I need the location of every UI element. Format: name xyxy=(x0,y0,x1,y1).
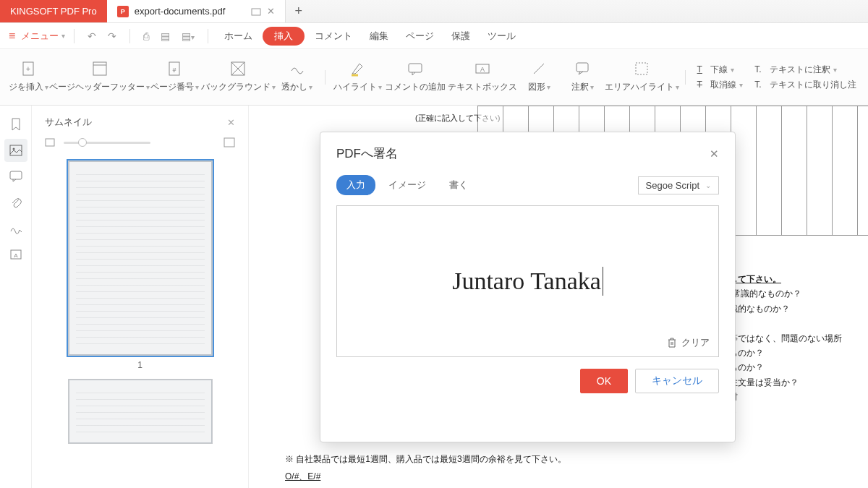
document-tab[interactable]: P export-documents.pdf ✕ xyxy=(107,0,286,22)
signature-dialog: PDFへ署名 ✕ 入力 イメージ 書く Segoe Script ⌄ Junta… xyxy=(320,132,736,442)
ribbon: + ジを挿入▾ ページヘッダーフッター▾ # ページ番号▾ バックグラウンド▾ … xyxy=(0,49,868,106)
shape-button[interactable]: 図形▾ xyxy=(517,58,561,96)
area-highlight-button[interactable]: エリアハイライト▾ xyxy=(604,58,678,96)
text-annotation-button[interactable]: T. テキストに注釈▾ xyxy=(754,64,856,76)
menu-button[interactable]: メニュー xyxy=(21,30,59,43)
saveas-icon[interactable]: ▤▾ xyxy=(177,27,199,45)
thumbnail-zoom-slider[interactable] xyxy=(64,142,150,144)
redo-icon[interactable]: ↷ xyxy=(103,27,121,45)
background-button[interactable]: バックグラウンド▾ xyxy=(200,58,275,96)
annotation-button[interactable]: 注釈▾ xyxy=(561,58,604,96)
tab-tool[interactable]: ツール xyxy=(480,27,523,46)
ocr-nav-icon[interactable]: A xyxy=(4,243,27,266)
add-comment-label: コメントの追加 xyxy=(385,81,446,93)
header-icon xyxy=(92,61,108,77)
thumbnail-panel: サムネイル ✕ 1 xyxy=(32,106,249,488)
tab-comment[interactable]: コメント xyxy=(307,27,359,46)
thumbnail-page-2[interactable] xyxy=(68,379,213,444)
menu-bar: ≡ メニュー ▾ ↶ ↷ ⎙ ▤ ▤▾ ホーム 挿入 コメント 編集 ページ 保… xyxy=(0,23,868,49)
shape-label: 図形 xyxy=(528,81,545,93)
add-comment-button[interactable]: コメントの追加 xyxy=(384,58,447,96)
svg-text:#: # xyxy=(173,67,176,74)
svg-text:A: A xyxy=(480,66,485,73)
svg-text:+: + xyxy=(26,65,30,73)
chevron-down-icon: ⌄ xyxy=(705,181,711,189)
signature-tab-image[interactable]: イメージ xyxy=(378,175,436,195)
tab-page[interactable]: ページ xyxy=(399,27,441,46)
undo-icon[interactable]: ↶ xyxy=(83,27,101,45)
textbox-button[interactable]: A テキストボックス xyxy=(447,58,517,96)
add-tab-button[interactable]: + xyxy=(286,0,311,22)
ok-button[interactable]: OK xyxy=(580,369,628,393)
header-footer-label: ページヘッダーフッター xyxy=(49,81,145,93)
page-number-button[interactable]: # ページ番号▾ xyxy=(148,58,201,96)
watermark-label: 透かし xyxy=(281,81,307,93)
window-icon[interactable] xyxy=(251,7,261,17)
attachment-nav-icon[interactable] xyxy=(4,191,27,214)
highlight-label: ハイライト xyxy=(333,81,377,93)
signature-mode-tabs: 入力 イメージ 書く xyxy=(336,175,478,195)
signature-tab-type[interactable]: 入力 xyxy=(336,175,375,195)
annotation-icon xyxy=(574,61,590,77)
save-icon[interactable]: ▤ xyxy=(156,27,174,45)
text-strike-annotation-button[interactable]: T. テキストに取り消し注 xyxy=(754,79,856,91)
thumbnail-nav-icon[interactable] xyxy=(4,139,27,162)
chevron-down-icon: ▾ xyxy=(61,32,65,40)
strikethrough-button[interactable]: T 取消線▾ xyxy=(697,79,744,91)
cancel-button[interactable]: キャンセル xyxy=(635,369,719,393)
thumbnail-page-number: 1 xyxy=(68,356,213,370)
tab-home[interactable]: ホーム xyxy=(217,27,260,46)
trash-icon xyxy=(667,337,677,348)
svg-rect-22 xyxy=(46,139,54,146)
print-icon[interactable]: ⎙ xyxy=(139,27,153,45)
underline-button[interactable]: T 下線▾ xyxy=(697,64,744,76)
svg-rect-15 xyxy=(576,63,588,72)
comment-nav-icon[interactable] xyxy=(4,165,27,188)
signature-input-area[interactable]: Juntaro Tanaka クリア xyxy=(336,205,719,357)
shape-icon xyxy=(531,61,547,77)
thumb-large-icon[interactable] xyxy=(224,137,235,147)
page-number-icon: # xyxy=(166,61,182,77)
textbox-label: テキストボックス xyxy=(448,81,517,93)
close-thumbnail-icon[interactable]: ✕ xyxy=(227,117,235,128)
svg-rect-11 xyxy=(409,64,422,72)
signature-text: Juntaro Tanaka xyxy=(452,267,601,295)
tab-edit[interactable]: 編集 xyxy=(362,27,396,46)
thumb-small-icon[interactable] xyxy=(45,138,55,147)
highlight-icon xyxy=(349,61,365,77)
watermark-button[interactable]: 透かし▾ xyxy=(276,58,319,96)
signature-tab-draw[interactable]: 書く xyxy=(439,175,478,195)
watermark-icon xyxy=(289,61,305,77)
clear-signature-button[interactable]: クリア xyxy=(667,336,710,349)
area-highlight-icon xyxy=(634,61,650,77)
font-select[interactable]: Segoe Script ⌄ xyxy=(638,176,719,194)
tab-insert[interactable]: 挿入 xyxy=(263,27,305,46)
page-plus-icon: + xyxy=(20,61,36,77)
svg-line-14 xyxy=(534,64,544,74)
area-highlight-label: エリアハイライト xyxy=(605,81,674,93)
dialog-close-icon[interactable]: ✕ xyxy=(710,147,719,160)
header-footer-button[interactable]: ページヘッダーフッター▾ xyxy=(51,58,148,96)
insert-page-label: ジを挿入 xyxy=(9,81,43,93)
svg-rect-19 xyxy=(10,171,22,179)
background-label: バックグラウンド xyxy=(201,81,271,93)
page-number-label: ページ番号 xyxy=(150,81,194,93)
app-title: KINGSOFT PDF Pro xyxy=(0,0,107,22)
svg-rect-23 xyxy=(224,138,234,147)
svg-rect-16 xyxy=(636,63,647,74)
dialog-title: PDFへ署名 xyxy=(336,145,398,162)
bookmark-nav-icon[interactable] xyxy=(4,113,27,136)
highlight-button[interactable]: ハイライト▾ xyxy=(331,58,384,96)
close-tab-icon[interactable]: ✕ xyxy=(267,6,275,17)
title-bar: KINGSOFT PDF Pro P export-documents.pdf … xyxy=(0,0,868,23)
insert-page-button[interactable]: + ジを挿入▾ xyxy=(6,58,51,96)
sign-nav-icon[interactable] xyxy=(4,217,27,240)
thumbnail-title: サムネイル xyxy=(45,116,92,129)
svg-text:A: A xyxy=(14,252,18,259)
svg-rect-0 xyxy=(252,9,260,15)
clear-label: クリア xyxy=(681,336,710,349)
hamburger-icon[interactable]: ≡ xyxy=(9,30,15,43)
tab-protect[interactable]: 保護 xyxy=(444,27,477,46)
svg-point-18 xyxy=(12,148,14,150)
thumbnail-page-1[interactable]: 1 xyxy=(68,160,213,370)
